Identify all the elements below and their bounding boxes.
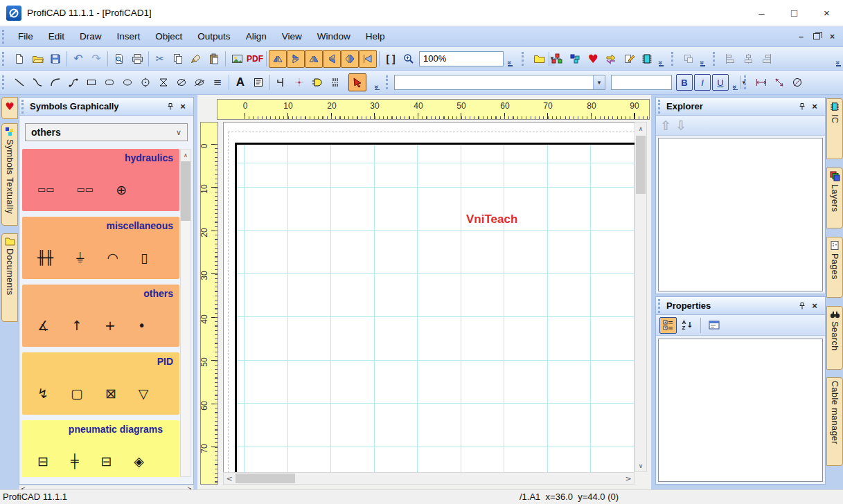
toolbar-overflow-button[interactable]: » — [698, 49, 707, 69]
menu-object[interactable]: Object — [148, 28, 190, 44]
pin-button[interactable] — [796, 100, 808, 113]
menu-help[interactable]: Help — [358, 28, 393, 44]
diameter-dimension-button[interactable] — [788, 73, 806, 91]
property-pages-button[interactable] — [705, 317, 722, 334]
flip-vertical-button[interactable] — [287, 50, 305, 68]
arc-tool-button[interactable] — [46, 73, 64, 91]
scroll-up-arrow[interactable]: ∧ — [181, 150, 190, 161]
tab-layers[interactable]: Layers — [826, 168, 843, 228]
rounded-rectangle-tool-button[interactable] — [100, 73, 118, 91]
toolbar-overflow-button[interactable]: » — [372, 73, 382, 92]
symbol-thumbnail[interactable]: ↯ — [37, 383, 48, 404]
copy-button[interactable] — [169, 50, 187, 68]
text-box-tool-button[interactable] — [249, 73, 267, 91]
tab-pages[interactable]: Pages — [826, 237, 843, 298]
close-panel-button[interactable]: × — [808, 100, 821, 113]
toolbar-overflow-button[interactable]: » — [730, 73, 740, 92]
rotate-right-button[interactable] — [305, 50, 323, 68]
redo-button[interactable]: ↷ — [87, 50, 105, 68]
underline-button[interactable]: U — [712, 74, 729, 91]
edit-symbol-button[interactable] — [620, 50, 638, 68]
scroll-left-arrow[interactable]: < — [224, 473, 235, 484]
move-down-button[interactable]: ⇩ — [675, 118, 686, 133]
symbol-thumbnail[interactable]: ⊟ — [37, 451, 48, 471]
save-button[interactable] — [46, 50, 64, 68]
panel-grip[interactable] — [658, 299, 662, 313]
ic-pins-tool-button[interactable] — [326, 73, 344, 91]
scrollbar-thumb[interactable] — [236, 474, 295, 483]
flip-down-button[interactable] — [323, 50, 341, 68]
symbol-thumbnail[interactable]: ◠ — [107, 247, 118, 268]
minimize-button[interactable]: – — [745, 0, 778, 26]
pin-button[interactable] — [796, 300, 808, 312]
print-button[interactable] — [128, 50, 146, 68]
font-family-dropdown-button[interactable]: ▼ — [593, 75, 605, 89]
favorites-button[interactable]: ♥ — [584, 50, 602, 68]
symbol-thumbnail[interactable]: • — [138, 315, 145, 336]
categorized-view-button[interactable] — [659, 317, 677, 334]
hourglass-tool-button[interactable] — [154, 73, 172, 91]
undo-button[interactable]: ↶ — [69, 50, 87, 68]
aligned-dimension-button[interactable] — [770, 73, 788, 91]
scrollbar-thumb[interactable] — [636, 136, 646, 194]
menu-align[interactable]: Align — [238, 28, 274, 44]
mdi-restore-button[interactable] — [813, 33, 820, 39]
symbol-thumbnail[interactable]: ▭▭ — [77, 179, 94, 200]
print-preview-button[interactable] — [110, 50, 128, 68]
symbol-groups-button[interactable] — [566, 50, 584, 68]
close-panel-button[interactable]: × — [808, 300, 821, 312]
canvas-horizontal-scrollbar[interactable]: < > — [223, 472, 635, 485]
tab-symbols-textually[interactable]: Symbols Textually — [1, 123, 18, 226]
symbols-vertical-scrollbar[interactable]: ∧ — [180, 149, 191, 477]
text-tool-button[interactable]: A — [231, 73, 249, 91]
group-objects-button[interactable] — [680, 50, 698, 68]
toolbar-grip[interactable] — [522, 52, 526, 66]
symbol-thumbnail[interactable]: ⊠ — [105, 383, 116, 404]
mdi-close-button[interactable]: × — [830, 32, 835, 42]
tab-search[interactable]: Search — [826, 306, 843, 370]
ellipse-tool-button[interactable] — [118, 73, 136, 91]
curve-tool-button[interactable] — [28, 73, 46, 91]
toolbar-grip[interactable] — [2, 52, 6, 66]
font-family-input[interactable] — [395, 75, 593, 89]
tab-ic[interactable]: IC — [826, 98, 843, 159]
toolbar-grip[interactable] — [386, 75, 390, 89]
toolbar-grip[interactable] — [713, 52, 717, 66]
scrollbar-thumb[interactable] — [181, 161, 190, 221]
symbol-thumbnail[interactable]: ╪ — [71, 451, 78, 471]
menu-edit[interactable]: Edit — [41, 28, 72, 44]
align-center-button[interactable] — [739, 50, 757, 68]
connection-point-tool-button[interactable] — [272, 73, 290, 91]
mdi-minimize-button[interactable]: – — [799, 32, 804, 42]
node-tool-button[interactable] — [290, 73, 308, 91]
align-right-button[interactable] — [757, 50, 775, 68]
move-up-button[interactable]: ⇧ — [660, 118, 671, 133]
symbol-thumbnail[interactable]: ▢ — [71, 383, 83, 404]
symbol-thumbnail[interactable]: ▯ — [141, 247, 148, 268]
align-left-button[interactable] — [721, 50, 739, 68]
scroll-up-arrow[interactable]: ∧ — [635, 123, 646, 134]
toolbar-grip[interactable] — [2, 30, 6, 44]
format-painter-button[interactable] — [187, 50, 205, 68]
crossed-circle-tool-button[interactable] — [172, 73, 190, 91]
symbol-thumbnail[interactable]: + — [105, 315, 116, 336]
tab-documents[interactable]: Documents — [1, 233, 18, 322]
zoom-in-button[interactable] — [400, 50, 418, 68]
maximize-button[interactable]: □ — [778, 0, 810, 26]
canvas-text-vniteach[interactable]: VniTeach — [466, 213, 517, 226]
symbol-thumbnail[interactable]: ⊕ — [116, 179, 127, 200]
cut-button[interactable]: ✂ — [151, 50, 169, 68]
rotate-left-button[interactable] — [269, 50, 287, 68]
toolbar-overflow-button[interactable]: » — [833, 49, 843, 69]
symbol-thumbnail[interactable]: ⊟ — [100, 451, 112, 471]
alphabetical-sort-button[interactable]: AZ↓ — [679, 317, 696, 334]
drawing-page[interactable] — [235, 143, 635, 472]
symbol-thumbnail[interactable]: ↑ — [71, 315, 82, 336]
explorer-tree[interactable] — [658, 138, 823, 291]
open-button[interactable] — [28, 50, 46, 68]
symbol-thumbnail[interactable]: ◈ — [134, 451, 144, 471]
new-document-button[interactable] — [10, 50, 28, 68]
integrated-circuits-button[interactable] — [638, 50, 656, 68]
select-pointer-button[interactable] — [348, 73, 366, 91]
panel-grip[interactable] — [21, 100, 26, 114]
